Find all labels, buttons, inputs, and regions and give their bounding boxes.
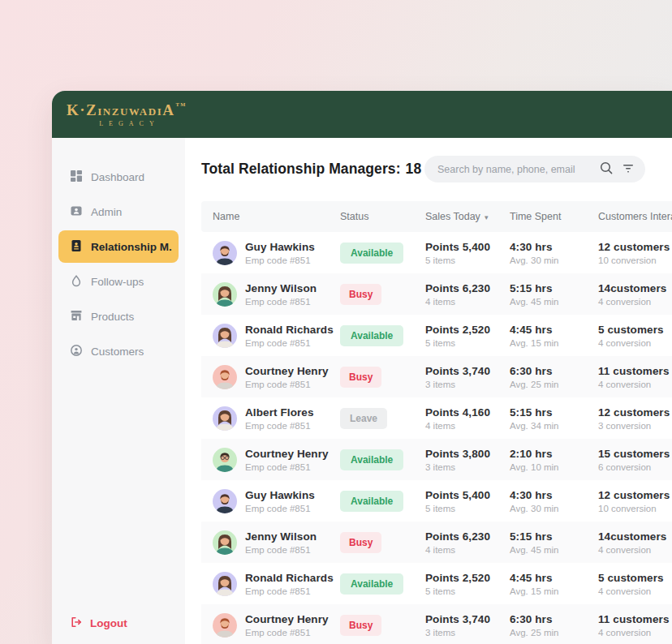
sidebar-item-dashboard[interactable]: Dashboard — [58, 161, 179, 193]
sort-caret-icon[interactable]: ▾ — [485, 213, 489, 221]
emp-code: Emp code #851 — [245, 628, 329, 638]
sales-points: Points 3,740 — [425, 365, 510, 377]
emp-code: Emp code #851 — [245, 545, 317, 555]
manager-name: Ronald Richards — [245, 572, 334, 584]
table-row[interactable]: Courtney Henry Emp code #851 Busy Points… — [201, 356, 672, 397]
column-header-customers-interactions: Customers Interactions — [598, 211, 672, 222]
sales-items: 4 items — [425, 421, 510, 431]
table-row[interactable]: Courtney Henry Emp code #851 Available P… — [201, 439, 672, 480]
column-header-time-spent: Time Spent — [510, 211, 598, 222]
manager-name: Courtney Henry — [245, 365, 329, 377]
sidebar-item-admin[interactable]: Admin — [58, 195, 179, 228]
column-header-sales-today[interactable]: Sales Today▾ — [425, 211, 510, 222]
table-row[interactable]: Jenny Wilson Emp code #851 Busy Points 6… — [201, 522, 672, 563]
manager-name: Courtney Henry — [245, 613, 329, 625]
emp-code: Emp code #851 — [245, 421, 314, 431]
followups-drop-icon — [70, 274, 83, 290]
manager-name: Ronald Richards — [245, 324, 334, 336]
manager-name: Guy Hawkins — [245, 489, 315, 501]
sales-points: Points 2,520 — [425, 324, 510, 336]
trademark-mark: TM — [175, 101, 186, 107]
avatar — [213, 489, 237, 513]
status-badge: Available — [340, 573, 403, 595]
avatar — [213, 282, 237, 307]
managers-count: 18 — [406, 161, 422, 177]
products-store-icon — [70, 309, 83, 324]
sidebar-item-label: Follow-ups — [91, 276, 144, 288]
conversion-count: 10 conversion — [598, 504, 672, 513]
conversion-count: 4 conversion — [598, 545, 672, 555]
customers-icon — [70, 344, 83, 359]
search-bar[interactable] — [424, 156, 645, 182]
sales-items: 4 items — [425, 297, 510, 307]
emp-code: Emp code #851 — [245, 380, 329, 389]
conversion-count: 4 conversion — [598, 586, 672, 596]
sales-points: Points 5,400 — [425, 241, 510, 253]
search-icon[interactable] — [599, 161, 614, 178]
column-header-status: Status — [340, 211, 425, 222]
time-spent: 5:15 hrs — [510, 406, 598, 419]
app-window: K·ZinzuwadiATM LEGACY Dashboard Admin — [52, 91, 672, 644]
avg-time: Avg. 15 min — [510, 338, 598, 348]
search-input[interactable] — [437, 164, 591, 175]
customers-count: 12 customers — [598, 241, 672, 253]
time-spent: 5:15 hrs — [510, 530, 598, 543]
time-spent: 4:30 hrs — [510, 489, 598, 501]
sales-points: Points 6,230 — [425, 530, 510, 543]
conversion-count: 3 conversion — [598, 421, 672, 431]
avatar — [213, 324, 237, 348]
avg-time: Avg. 25 min — [510, 628, 598, 638]
avg-time: Avg. 45 min — [510, 297, 598, 307]
table-body: Guy Hawkins Emp code #851 Available Poin… — [201, 232, 672, 644]
conversion-count: 4 conversion — [598, 338, 672, 348]
sidebar-item-products[interactable]: Products — [58, 300, 179, 333]
table-row[interactable]: Jenny Wilson Emp code #851 Busy Points 6… — [201, 273, 672, 315]
avg-time: Avg. 34 min — [510, 421, 598, 431]
sales-points: Points 4,160 — [425, 406, 510, 419]
sidebar: Dashboard Admin Relationship M. — [52, 138, 185, 644]
avatar — [213, 613, 237, 638]
sales-points: Points 5,400 — [425, 489, 510, 501]
sales-items: 5 items — [425, 586, 510, 596]
avg-time: Avg. 25 min — [510, 380, 598, 389]
brand-name: K·ZinzuwadiA — [67, 101, 174, 118]
table-row[interactable]: Guy Hawkins Emp code #851 Available Poin… — [201, 480, 672, 522]
table-header-row: Name Status Sales Today▾ Time Spent Cust… — [201, 201, 672, 232]
sales-points: Points 2,520 — [425, 572, 510, 584]
conversion-count: 10 conversion — [598, 255, 672, 265]
brand-logo: K·ZinzuwadiATM LEGACY — [67, 102, 187, 127]
time-spent: 6:30 hrs — [510, 613, 598, 625]
filter-icon[interactable] — [622, 161, 635, 178]
sidebar-item-customers[interactable]: Customers — [58, 335, 179, 367]
sales-items: 5 items — [425, 338, 510, 348]
conversion-count: 4 conversion — [598, 628, 672, 638]
customers-count: 12 customers — [598, 489, 672, 501]
avatar — [213, 448, 237, 472]
customers-count: 5 customers — [598, 324, 672, 336]
customers-count: 14customers — [598, 282, 672, 294]
customers-count: 11 customers — [598, 365, 672, 377]
table-row[interactable]: Courtney Henry Emp code #851 Busy Points… — [201, 604, 672, 644]
table-row[interactable]: Guy Hawkins Emp code #851 Available Poin… — [201, 232, 672, 273]
table-row[interactable]: Albert Flores Emp code #851 Leave Points… — [201, 397, 672, 439]
avatar — [213, 572, 237, 596]
relationship-book-icon — [70, 239, 83, 255]
logout-button[interactable]: Logout — [70, 616, 127, 631]
sidebar-item-relationship-managers[interactable]: Relationship M. — [58, 230, 179, 263]
manager-name: Courtney Henry — [245, 448, 329, 460]
customers-count: 14customers — [598, 530, 672, 543]
sales-items: 3 items — [425, 380, 510, 389]
table-row[interactable]: Ronald Richards Emp code #851 Available … — [201, 315, 672, 356]
logout-label: Logout — [90, 617, 127, 629]
avg-time: Avg. 30 min — [510, 255, 598, 265]
status-badge: Available — [340, 491, 403, 512]
sidebar-item-follow-ups[interactable]: Follow-ups — [58, 265, 179, 298]
avatar — [213, 530, 237, 555]
customers-count: 11 customers — [598, 613, 672, 625]
emp-code: Emp code #851 — [245, 586, 334, 596]
page-title: Total Relationship Managers:18 — [201, 161, 421, 178]
page-background: K·ZinzuwadiATM LEGACY Dashboard Admin — [0, 0, 672, 644]
table-row[interactable]: Ronald Richards Emp code #851 Available … — [201, 563, 672, 604]
avg-time: Avg. 15 min — [510, 586, 598, 596]
emp-code: Emp code #851 — [245, 338, 334, 348]
